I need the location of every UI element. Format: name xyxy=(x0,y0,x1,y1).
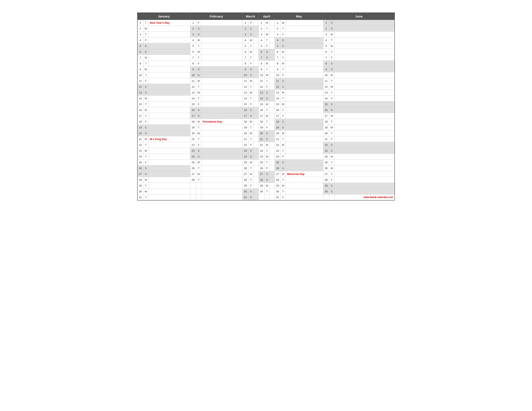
day-event-june-20 xyxy=(334,131,395,136)
day-letter-june-1: S xyxy=(329,20,334,26)
day-event-june-29 xyxy=(334,183,395,189)
day-num-february-6: 6 xyxy=(190,49,196,55)
day-num-february-7: 7 xyxy=(190,55,196,61)
day-num-april-30: 30 xyxy=(258,189,264,194)
day-letter-may-22: W xyxy=(281,142,286,148)
day-letter-april-31 xyxy=(264,194,270,200)
day-letter-march-17: S xyxy=(248,113,254,119)
day-letter-june-10: M xyxy=(329,72,334,78)
day-event-february-25 xyxy=(201,160,242,165)
day-letter-march-12: T xyxy=(248,84,254,90)
day-event-february-16 xyxy=(201,107,242,113)
day-num-february-18: 18 xyxy=(190,119,196,125)
day-letter-january-21: M xyxy=(143,136,148,142)
day-event-february-15 xyxy=(201,101,242,107)
day-letter-june-7: F xyxy=(329,55,334,61)
header-may: May xyxy=(275,13,323,20)
day-event-february-14 xyxy=(201,96,242,101)
day-letter-march-20: W xyxy=(248,131,254,136)
day-num-may-30: 30 xyxy=(275,189,281,194)
day-letter-february-30 xyxy=(196,189,201,194)
day-event-may-15 xyxy=(286,101,323,107)
day-letter-may-26: S xyxy=(281,165,286,171)
day-num-april-17: 17 xyxy=(258,113,264,119)
day-letter-april-10: W xyxy=(264,72,270,78)
day-num-january-21: 21 xyxy=(137,136,143,142)
day-num-february-16: 16 xyxy=(190,107,196,113)
day-event-january-22 xyxy=(148,142,190,148)
day-letter-march-28: T xyxy=(248,177,254,183)
day-num-february-14: 14 xyxy=(190,96,196,101)
day-num-june-17: 17 xyxy=(323,113,329,119)
day-letter-march-10: S xyxy=(248,72,254,78)
day-num-may-2: 2 xyxy=(275,26,281,32)
day-num-march-25: 25 xyxy=(243,160,248,165)
day-num-march-14: 14 xyxy=(243,96,248,101)
day-num-may-16: 16 xyxy=(275,107,281,113)
day-event-april-26 xyxy=(270,165,275,171)
day-num-february-24: 24 xyxy=(190,154,196,160)
day-num-march-21: 21 xyxy=(243,136,248,142)
day-letter-june-29: S xyxy=(329,183,334,189)
day-letter-april-27: S xyxy=(264,171,270,177)
day-num-april-8: 8 xyxy=(258,61,264,67)
day-letter-april-28: S xyxy=(264,177,270,183)
day-letter-may-28: T xyxy=(281,177,286,183)
day-num-june-20: 20 xyxy=(323,131,329,136)
day-event-april-7 xyxy=(270,55,275,61)
calendar-table: January February March April May June 1T… xyxy=(137,12,395,201)
day-letter-march-11: M xyxy=(248,78,254,84)
day-num-march-9: 9 xyxy=(243,67,248,72)
day-num-january-25: 25 xyxy=(137,160,143,165)
day-num-march-19: 19 xyxy=(243,125,248,131)
day-letter-april-9: T xyxy=(264,67,270,72)
day-num-april-24: 24 xyxy=(258,154,264,160)
day-letter-march-9: S xyxy=(248,67,254,72)
day-event-march-19 xyxy=(254,125,258,131)
day-letter-february-15: F xyxy=(196,101,201,107)
day-event-april-13 xyxy=(270,90,275,96)
day-letter-may-16: T xyxy=(281,107,286,113)
day-event-january-13 xyxy=(148,90,190,96)
day-event-march-13 xyxy=(254,90,258,96)
day-letter-april-16: T xyxy=(264,107,270,113)
day-num-january-2: 2 xyxy=(137,26,143,32)
day-letter-june-4: T xyxy=(329,38,334,43)
day-num-march-22: 22 xyxy=(243,142,248,148)
day-num-february-26: 26 xyxy=(190,165,196,171)
day-num-may-5: 5 xyxy=(275,43,281,49)
day-event-may-31 xyxy=(286,194,323,200)
day-num-march-13: 13 xyxy=(243,90,248,96)
day-num-march-8: 8 xyxy=(243,61,248,67)
day-num-may-22: 22 xyxy=(275,142,281,148)
day-letter-march-18: M xyxy=(248,119,254,125)
day-letter-june-11: T xyxy=(329,78,334,84)
day-letter-may-24: F xyxy=(281,154,286,160)
day-letter-february-12: T xyxy=(196,84,201,90)
day-num-february-30 xyxy=(190,189,196,194)
day-letter-march-21: T xyxy=(248,136,254,142)
day-num-april-2: 2 xyxy=(258,26,264,32)
day-letter-june-30: S xyxy=(329,189,334,194)
day-letter-january-18: F xyxy=(143,119,148,125)
day-event-january-9 xyxy=(148,67,190,72)
day-event-may-20 xyxy=(286,131,323,136)
day-event-january-14 xyxy=(148,96,190,101)
day-event-june-13 xyxy=(334,90,395,96)
day-event-may-23 xyxy=(286,148,323,154)
day-num-march-16: 16 xyxy=(243,107,248,113)
day-event-april-28 xyxy=(270,177,275,183)
day-num-april-11: 11 xyxy=(258,78,264,84)
day-event-february-29 xyxy=(201,183,242,189)
day-letter-january-27: S xyxy=(143,171,148,177)
day-letter-february-25: M xyxy=(196,160,201,165)
day-event-may-17 xyxy=(286,113,323,119)
day-num-january-26: 26 xyxy=(137,165,143,171)
day-event-march-3 xyxy=(254,32,258,38)
day-num-february-8: 8 xyxy=(190,61,196,67)
day-letter-january-16: W xyxy=(143,107,148,113)
day-num-june-2: 2 xyxy=(323,26,329,32)
day-num-january-3: 3 xyxy=(137,32,143,38)
day-num-may-10: 10 xyxy=(275,72,281,78)
day-num-june-30: 30 xyxy=(323,189,329,194)
